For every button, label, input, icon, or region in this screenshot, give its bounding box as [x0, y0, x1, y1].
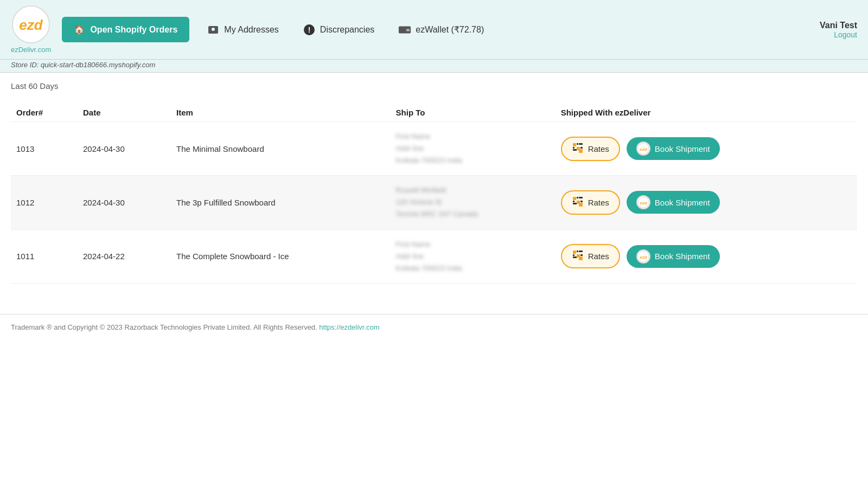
user-section: Vani Test Logout: [820, 21, 857, 39]
book-logo-icon: ezd: [636, 195, 650, 209]
ezwallet-icon: [398, 23, 411, 36]
order-actions: Rates ezd Book Shipment: [556, 229, 857, 283]
order-id: 1012: [11, 176, 78, 229]
rates-icon: [572, 142, 584, 156]
book-shipment-label: Book Shipment: [655, 198, 710, 207]
order-ship-to: First NameAddr lineKolkata 700023 India: [391, 229, 556, 283]
logo-circle: ezd: [12, 5, 50, 43]
header: ezd ezDelivr.com 🏠 Open Shopify Orders M…: [0, 0, 868, 60]
order-date: 2024-04-22: [78, 229, 171, 283]
period-label: Last 60 Days: [11, 81, 857, 95]
svg-rect-33: [573, 256, 577, 258]
action-cell: Rates ezd Book Shipment: [561, 190, 852, 215]
order-actions: Rates ezd Book Shipment: [556, 122, 857, 176]
col-ship-to: Ship To: [391, 104, 556, 122]
home-icon: 🏠: [74, 24, 85, 35]
footer-copyright: Trademark ® and Copyright © 2023 Razorba…: [11, 323, 317, 331]
svg-rect-9: [579, 143, 583, 145]
order-id: 1013: [11, 122, 78, 176]
store-id-text: Store ID: quick-start-db180666.myshopify…: [11, 61, 155, 69]
svg-rect-28: [577, 251, 578, 252]
logo-wrap: ezd ezDelivr.com: [11, 5, 51, 54]
book-logo-icon: ezd: [636, 142, 650, 156]
order-item: The Minimal Snowboard: [171, 122, 391, 176]
table-row: 1012 2024-04-30 The 3p Fulfilled Snowboa…: [11, 176, 857, 229]
rates-button[interactable]: Rates: [561, 244, 620, 268]
svg-rect-24: [579, 203, 583, 207]
svg-text:ezd: ezd: [20, 17, 43, 33]
svg-text:!: !: [308, 25, 310, 34]
col-date: Date: [78, 104, 171, 122]
svg-rect-23: [573, 203, 577, 204]
action-cell: Rates ezd Book Shipment: [561, 137, 852, 161]
my-addresses-label: My Addresses: [224, 25, 278, 35]
discrepancies-link[interactable]: ! Discrepancies: [296, 19, 381, 41]
svg-rect-7: [573, 143, 576, 146]
order-id: 1011: [11, 229, 78, 283]
ship-to-address: Russell Winfield120 Victoria StToronto M…: [396, 184, 550, 220]
site-link[interactable]: ezDelivr.com: [11, 46, 51, 54]
rates-icon: [572, 249, 584, 263]
svg-rect-10: [573, 147, 575, 149]
open-shopify-orders-label: Open Shopify Orders: [90, 25, 177, 35]
svg-text:ezd: ezd: [640, 255, 647, 260]
ezwallet-link[interactable]: ezWallet (₹72.78): [392, 19, 490, 41]
svg-point-2: [212, 28, 215, 31]
rates-label: Rates: [588, 252, 609, 261]
ship-to-address: First NameAddr lineKolkata 700023 India: [396, 239, 550, 274]
order-ship-to: Russell Winfield120 Victoria StToronto M…: [391, 176, 556, 229]
logout-link[interactable]: Logout: [834, 30, 857, 39]
svg-rect-8: [577, 143, 578, 145]
svg-rect-18: [577, 197, 578, 198]
col-item: Item: [171, 104, 391, 122]
order-date: 2024-04-30: [78, 122, 171, 176]
rates-button[interactable]: Rates: [561, 190, 620, 215]
address-icon: [207, 23, 220, 36]
table-row: 1013 2024-04-30 The Minimal Snowboard Fi…: [11, 122, 857, 176]
svg-rect-6: [406, 29, 410, 31]
svg-rect-22: [580, 201, 583, 202]
discrepancies-icon: !: [303, 23, 316, 36]
svg-rect-19: [579, 197, 583, 198]
svg-rect-29: [579, 251, 583, 252]
my-addresses-link[interactable]: My Addresses: [200, 19, 285, 41]
main-content: Last 60 Days Order# Date Item Ship To Sh…: [0, 73, 868, 292]
orders-table: Order# Date Item Ship To Shipped With ez…: [11, 104, 857, 284]
ship-to-address: First NameAddr lineKolkata 700023 India: [396, 131, 550, 166]
table-header-row: Order# Date Item Ship To Shipped With ez…: [11, 104, 857, 122]
footer: Trademark ® and Copyright © 2023 Razorba…: [0, 314, 868, 340]
footer-link[interactable]: https://ezdelivr.com: [319, 323, 379, 331]
book-logo-icon: ezd: [636, 249, 650, 264]
svg-rect-17: [573, 197, 576, 200]
svg-rect-12: [580, 147, 583, 149]
book-shipment-button[interactable]: ezd Book Shipment: [627, 137, 720, 160]
rates-label: Rates: [588, 144, 609, 153]
col-order: Order#: [11, 104, 78, 122]
book-shipment-label: Book Shipment: [655, 252, 710, 261]
order-date: 2024-04-30: [78, 176, 171, 229]
open-shopify-orders-button[interactable]: 🏠 Open Shopify Orders: [62, 17, 189, 42]
user-name: Vani Test: [820, 21, 857, 30]
svg-text:ezd: ezd: [640, 147, 647, 152]
svg-rect-20: [573, 201, 575, 202]
svg-rect-30: [573, 254, 575, 256]
order-ship-to: First NameAddr lineKolkata 700023 India: [391, 122, 556, 176]
svg-rect-34: [579, 256, 583, 260]
rates-label: Rates: [588, 198, 609, 207]
svg-text:ezd: ezd: [640, 201, 647, 206]
order-actions: Rates ezd Book Shipment: [556, 176, 857, 229]
book-shipment-button[interactable]: ezd Book Shipment: [627, 245, 720, 268]
book-shipment-button[interactable]: ezd Book Shipment: [627, 191, 720, 214]
svg-rect-32: [580, 254, 583, 256]
book-shipment-label: Book Shipment: [655, 144, 710, 153]
order-item: The 3p Fulfilled Snowboard: [171, 176, 391, 229]
rates-button[interactable]: Rates: [561, 137, 620, 161]
svg-rect-27: [573, 251, 576, 254]
col-shipped-with: Shipped With ezDeliver: [556, 104, 857, 122]
ezwallet-label: ezWallet (₹72.78): [416, 24, 484, 35]
order-item: The Complete Snowboard - Ice: [171, 229, 391, 283]
svg-rect-13: [573, 149, 577, 151]
store-id-bar: Store ID: quick-start-db180666.myshopify…: [0, 60, 868, 73]
action-cell: Rates ezd Book Shipment: [561, 244, 852, 268]
logo-svg: ezd: [15, 8, 47, 41]
